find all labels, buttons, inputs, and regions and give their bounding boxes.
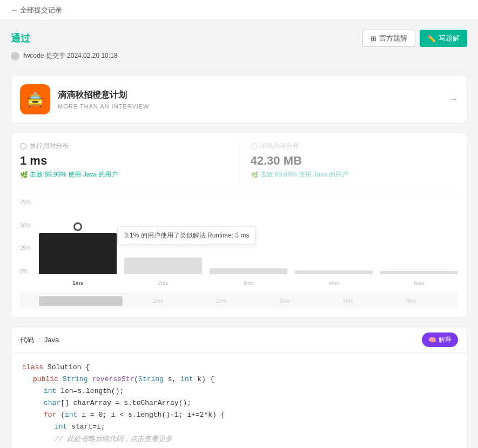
bar-col-4ms	[295, 199, 373, 274]
write-solution-button[interactable]: ✏️ 写题解	[420, 30, 467, 47]
bar-col-1ms	[39, 199, 117, 274]
scroll-label-4ms: 4ms	[320, 298, 376, 304]
sponsor-info: 🚖 滴滴秋招橙意计划 MORE THAN AN INTERVIEW	[20, 84, 150, 114]
runtime-title: 执行用时分布	[20, 141, 234, 151]
stats-grid: 执行用时分布 1 ms 🌿 击败 69.93% 使用 Java 的用户 消耗内存…	[20, 141, 458, 185]
bar-5ms	[380, 271, 458, 274]
code-line-4: char[] charArray = s.toCharArray();	[22, 397, 456, 409]
bar-dot	[73, 222, 82, 231]
sponsor-logo: 🚖	[20, 84, 50, 114]
y-axis-labels: 75% 50% 25% 0%	[20, 199, 36, 274]
chart-scrollbar[interactable]: 1ms 2ms 3ms 4ms 5ms	[20, 293, 458, 309]
memory-stat: 消耗内存分布 42.30 MB 🌿 击败 69.86% 使用 Java 的用户	[239, 141, 459, 185]
bar-4ms	[295, 270, 373, 274]
x-label-3ms: 3ms	[210, 280, 287, 286]
stats-section: 执行用时分布 1 ms 🌿 击败 69.93% 使用 Java 的用户 消耗内存…	[11, 132, 467, 318]
explain-button[interactable]: 🧠 解释	[422, 332, 458, 347]
scroll-label-5ms: 5ms	[383, 298, 439, 304]
memory-title: 消耗内存分布	[251, 141, 453, 151]
submit-info: fwcode 提交于 2024.02.20 10:18	[11, 51, 467, 60]
clock-icon	[20, 143, 26, 150]
action-buttons: ⊞ 官方题解 ✏️ 写题解	[362, 30, 467, 47]
top-nav: ← 全部提交记录	[0, 0, 478, 21]
scroll-thumb-left	[39, 296, 123, 306]
bar-2ms	[124, 257, 202, 274]
leaf-icon: 🌿	[251, 171, 259, 179]
back-link[interactable]: ← 全部提交记录	[11, 5, 62, 15]
scroll-label-3ms: 3ms	[257, 298, 312, 304]
x-label-5ms: 5ms	[380, 280, 458, 286]
x-axis-labels: 1ms 2ms 3ms 4ms 5ms	[39, 280, 458, 286]
runtime-percent: 🌿 击败 69.93% 使用 Java 的用户	[20, 170, 234, 179]
memory-percent: 🌿 击败 69.86% 使用 Java 的用户	[251, 170, 453, 179]
code-line-5: for (int i = 0; i < s.length()-1; i+=2*k…	[22, 409, 456, 421]
x-label-4ms: 4ms	[295, 280, 373, 286]
chart-tooltip: 3.1% 的用户使用了类似解法 Runtime: 3 ms	[117, 226, 256, 245]
code-section: 代码 / Java 🧠 解释 class Solution { public S…	[11, 327, 467, 448]
memory-icon	[251, 143, 257, 150]
table-icon: ⊞	[371, 35, 376, 43]
sponsor-subtitle: MORE THAN AN INTERVIEW	[58, 103, 150, 110]
scroll-label-2ms: 2ms	[193, 298, 249, 304]
memory-value: 42.30 MB	[251, 154, 453, 168]
fire-icon: 🌿	[20, 171, 28, 179]
bar-3ms	[210, 268, 287, 274]
brain-icon: 🧠	[428, 336, 436, 344]
code-lang: 代码 / Java	[20, 335, 59, 345]
edit-icon: ✏️	[427, 35, 436, 43]
code-line-2: public String reverseStr(String s, int k…	[22, 374, 456, 385]
code-line-3: int len=s.length();	[22, 385, 456, 397]
arrow-icon: →	[448, 94, 458, 105]
official-solution-button[interactable]: ⊞ 官方题解	[362, 30, 415, 47]
sponsor-name: 滴滴秋招橙意计划	[58, 90, 150, 101]
code-body: class Solution { public String reverseSt…	[11, 353, 467, 448]
avatar-icon	[11, 52, 19, 60]
sponsor-card[interactable]: 🚖 滴滴秋招橙意计划 MORE THAN AN INTERVIEW →	[11, 75, 467, 124]
code-line-7: // 此处省略后续代码，点击查看更多	[22, 433, 456, 445]
x-label-1ms: 1ms	[39, 280, 117, 286]
bar-1ms	[39, 233, 117, 274]
scroll-label-1ms: 1ms	[130, 298, 186, 304]
code-line-1: class Solution {	[22, 362, 456, 374]
bar-col-5ms	[380, 199, 458, 274]
x-label-2ms: 2ms	[124, 280, 202, 286]
sponsor-text: 滴滴秋招橙意计划 MORE THAN AN INTERVIEW	[58, 90, 150, 110]
runtime-chart: 75% 50% 25% 0%	[20, 193, 458, 290]
code-header: 代码 / Java 🧠 解释	[11, 327, 467, 353]
code-line-6: int start=i;	[22, 421, 456, 433]
runtime-stat: 执行用时分布 1 ms 🌿 击败 69.93% 使用 Java 的用户	[20, 141, 239, 185]
status-row: 通过 ⊞ 官方题解 ✏️ 写题解	[11, 30, 467, 47]
runtime-value: 1 ms	[20, 154, 234, 168]
status-label: 通过	[11, 32, 30, 45]
